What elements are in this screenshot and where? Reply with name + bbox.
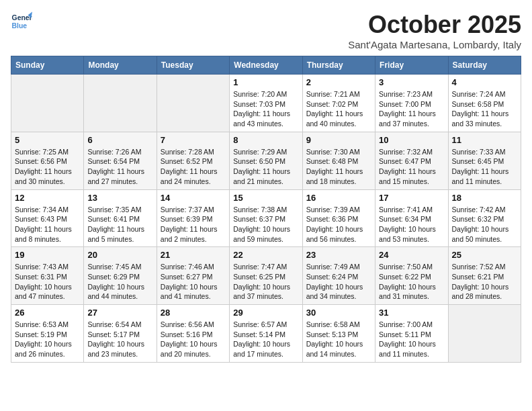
calendar-cell: 5Sunrise: 7:25 AM Sunset: 6:56 PM Daylig… xyxy=(11,132,84,189)
weekday-header-tuesday: Tuesday xyxy=(157,56,229,75)
calendar-cell: 25Sunrise: 7:52 AM Sunset: 6:21 PM Dayli… xyxy=(448,247,521,305)
weekday-header-friday: Friday xyxy=(375,56,448,75)
day-info: Sunrise: 6:54 AM Sunset: 5:17 PM Dayligh… xyxy=(87,320,152,359)
day-number: 18 xyxy=(452,193,517,203)
day-info: Sunrise: 7:39 AM Sunset: 6:36 PM Dayligh… xyxy=(306,205,371,244)
day-info: Sunrise: 7:47 AM Sunset: 6:25 PM Dayligh… xyxy=(233,262,298,302)
day-info: Sunrise: 7:49 AM Sunset: 6:24 PM Dayligh… xyxy=(306,262,371,302)
day-number: 20 xyxy=(87,250,152,260)
day-info: Sunrise: 7:00 AM Sunset: 5:11 PM Dayligh… xyxy=(379,320,444,359)
day-info: Sunrise: 7:25 AM Sunset: 6:56 PM Dayligh… xyxy=(15,147,80,187)
day-info: Sunrise: 7:34 AM Sunset: 6:43 PM Dayligh… xyxy=(15,205,80,244)
calendar-cell: 30Sunrise: 6:58 AM Sunset: 5:13 PM Dayli… xyxy=(302,305,375,363)
calendar-cell: 13Sunrise: 7:35 AM Sunset: 6:41 PM Dayli… xyxy=(84,189,157,247)
day-number: 28 xyxy=(161,308,226,318)
day-info: Sunrise: 7:26 AM Sunset: 6:54 PM Dayligh… xyxy=(87,147,152,187)
calendar-cell: 6Sunrise: 7:26 AM Sunset: 6:54 PM Daylig… xyxy=(84,132,157,189)
day-info: Sunrise: 6:58 AM Sunset: 5:13 PM Dayligh… xyxy=(306,320,371,359)
calendar-cell: 20Sunrise: 7:45 AM Sunset: 6:29 PM Dayli… xyxy=(84,247,157,305)
day-number: 7 xyxy=(161,135,226,145)
calendar-cell: 22Sunrise: 7:47 AM Sunset: 6:25 PM Dayli… xyxy=(230,247,302,305)
day-info: Sunrise: 7:29 AM Sunset: 6:50 PM Dayligh… xyxy=(233,147,298,187)
day-info: Sunrise: 6:57 AM Sunset: 5:14 PM Dayligh… xyxy=(233,320,298,359)
day-number: 22 xyxy=(233,250,298,260)
day-number: 26 xyxy=(15,308,80,318)
month-title: October 2025 xyxy=(348,11,521,39)
day-number: 13 xyxy=(87,193,152,203)
calendar-week-row: 12Sunrise: 7:34 AM Sunset: 6:43 PM Dayli… xyxy=(11,189,521,247)
day-number: 3 xyxy=(379,77,444,87)
day-info: Sunrise: 7:45 AM Sunset: 6:29 PM Dayligh… xyxy=(87,262,152,302)
calendar-cell: 17Sunrise: 7:41 AM Sunset: 6:34 PM Dayli… xyxy=(375,189,448,247)
location-subtitle: Sant'Agata Martesana, Lombardy, Italy xyxy=(348,39,521,50)
calendar-cell: 21Sunrise: 7:46 AM Sunset: 6:27 PM Dayli… xyxy=(157,247,229,305)
calendar-cell: 14Sunrise: 7:37 AM Sunset: 6:39 PM Dayli… xyxy=(157,189,229,247)
day-number: 8 xyxy=(233,135,298,145)
calendar-cell: 31Sunrise: 7:00 AM Sunset: 5:11 PM Dayli… xyxy=(375,305,448,363)
day-number: 16 xyxy=(306,193,371,203)
weekday-header-monday: Monday xyxy=(84,56,157,75)
calendar-cell: 27Sunrise: 6:54 AM Sunset: 5:17 PM Dayli… xyxy=(84,305,157,363)
day-number: 1 xyxy=(233,77,298,87)
weekday-header-thursday: Thursday xyxy=(302,56,375,75)
day-info: Sunrise: 7:37 AM Sunset: 6:39 PM Dayligh… xyxy=(161,205,226,244)
calendar-cell: 12Sunrise: 7:34 AM Sunset: 6:43 PM Dayli… xyxy=(11,189,84,247)
calendar-cell: 7Sunrise: 7:28 AM Sunset: 6:52 PM Daylig… xyxy=(157,132,229,189)
weekday-header-saturday: Saturday xyxy=(448,56,521,75)
calendar-cell: 4Sunrise: 7:24 AM Sunset: 6:58 PM Daylig… xyxy=(448,75,521,132)
page-header: General Blue October 2025 Sant'Agata Mar… xyxy=(11,11,521,50)
day-info: Sunrise: 7:52 AM Sunset: 6:21 PM Dayligh… xyxy=(452,262,517,302)
calendar-cell: 10Sunrise: 7:32 AM Sunset: 6:47 PM Dayli… xyxy=(375,132,448,189)
day-number: 9 xyxy=(306,135,371,145)
calendar-week-row: 26Sunrise: 6:53 AM Sunset: 5:19 PM Dayli… xyxy=(11,305,521,363)
calendar-cell xyxy=(11,75,84,132)
day-number: 21 xyxy=(161,250,226,260)
day-info: Sunrise: 7:30 AM Sunset: 6:48 PM Dayligh… xyxy=(306,147,371,187)
day-number: 27 xyxy=(87,308,152,318)
day-info: Sunrise: 7:23 AM Sunset: 7:00 PM Dayligh… xyxy=(379,89,444,129)
calendar-cell xyxy=(157,75,229,132)
calendar-cell xyxy=(448,305,521,363)
day-number: 2 xyxy=(306,77,371,87)
calendar-cell: 16Sunrise: 7:39 AM Sunset: 6:36 PM Dayli… xyxy=(302,189,375,247)
logo-icon: General Blue xyxy=(11,11,32,32)
calendar-cell: 3Sunrise: 7:23 AM Sunset: 7:00 PM Daylig… xyxy=(375,75,448,132)
day-info: Sunrise: 7:32 AM Sunset: 6:47 PM Dayligh… xyxy=(379,147,444,187)
calendar-cell: 19Sunrise: 7:43 AM Sunset: 6:31 PM Dayli… xyxy=(11,247,84,305)
calendar-cell: 26Sunrise: 6:53 AM Sunset: 5:19 PM Dayli… xyxy=(11,305,84,363)
day-info: Sunrise: 7:38 AM Sunset: 6:37 PM Dayligh… xyxy=(233,205,298,244)
day-number: 31 xyxy=(379,308,444,318)
day-number: 24 xyxy=(379,250,444,260)
day-number: 25 xyxy=(452,250,517,260)
calendar-cell: 11Sunrise: 7:33 AM Sunset: 6:45 PM Dayli… xyxy=(448,132,521,189)
day-number: 12 xyxy=(15,193,80,203)
day-info: Sunrise: 7:24 AM Sunset: 6:58 PM Dayligh… xyxy=(452,89,517,129)
day-info: Sunrise: 7:21 AM Sunset: 7:02 PM Dayligh… xyxy=(306,89,371,129)
day-number: 17 xyxy=(379,193,444,203)
day-info: Sunrise: 7:35 AM Sunset: 6:41 PM Dayligh… xyxy=(87,205,152,244)
day-number: 14 xyxy=(161,193,226,203)
calendar-cell: 29Sunrise: 6:57 AM Sunset: 5:14 PM Dayli… xyxy=(230,305,302,363)
day-number: 4 xyxy=(452,77,517,87)
calendar-cell: 1Sunrise: 7:20 AM Sunset: 7:03 PM Daylig… xyxy=(230,75,302,132)
calendar-cell: 9Sunrise: 7:30 AM Sunset: 6:48 PM Daylig… xyxy=(302,132,375,189)
svg-text:Blue: Blue xyxy=(12,22,28,30)
day-info: Sunrise: 7:43 AM Sunset: 6:31 PM Dayligh… xyxy=(15,262,80,302)
day-number: 23 xyxy=(306,250,371,260)
day-info: Sunrise: 6:56 AM Sunset: 5:16 PM Dayligh… xyxy=(161,320,226,359)
calendar-week-row: 1Sunrise: 7:20 AM Sunset: 7:03 PM Daylig… xyxy=(11,75,521,132)
day-info: Sunrise: 7:28 AM Sunset: 6:52 PM Dayligh… xyxy=(161,147,226,187)
day-number: 29 xyxy=(233,308,298,318)
calendar-cell: 15Sunrise: 7:38 AM Sunset: 6:37 PM Dayli… xyxy=(230,189,302,247)
day-info: Sunrise: 7:46 AM Sunset: 6:27 PM Dayligh… xyxy=(161,262,226,302)
day-number: 30 xyxy=(306,308,371,318)
calendar-cell: 23Sunrise: 7:49 AM Sunset: 6:24 PM Dayli… xyxy=(302,247,375,305)
weekday-header-sunday: Sunday xyxy=(11,56,84,75)
day-info: Sunrise: 7:50 AM Sunset: 6:22 PM Dayligh… xyxy=(379,262,444,302)
calendar-cell: 2Sunrise: 7:21 AM Sunset: 7:02 PM Daylig… xyxy=(302,75,375,132)
day-info: Sunrise: 7:41 AM Sunset: 6:34 PM Dayligh… xyxy=(379,205,444,244)
day-number: 10 xyxy=(379,135,444,145)
day-number: 15 xyxy=(233,193,298,203)
calendar-cell: 18Sunrise: 7:42 AM Sunset: 6:32 PM Dayli… xyxy=(448,189,521,247)
calendar-cell: 28Sunrise: 6:56 AM Sunset: 5:16 PM Dayli… xyxy=(157,305,229,363)
